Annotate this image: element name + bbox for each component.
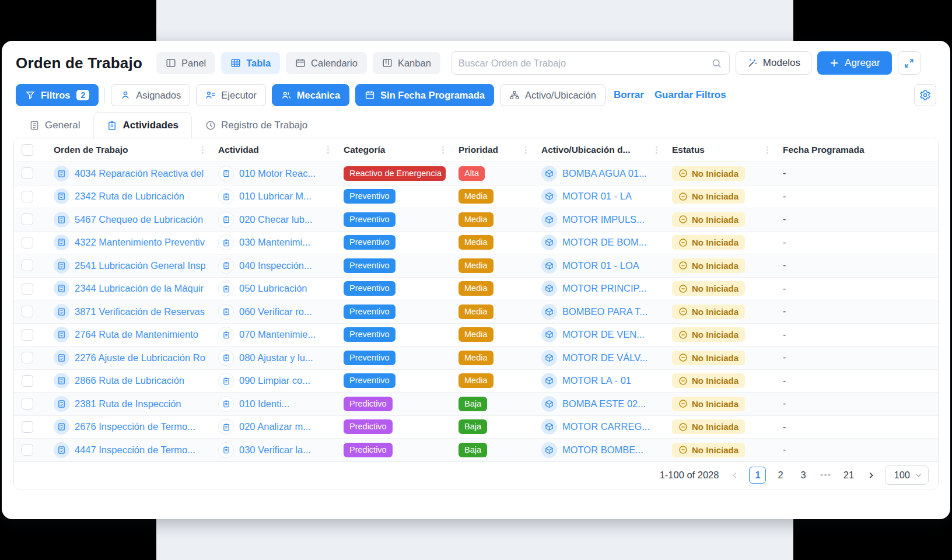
settings-button[interactable] [914, 84, 936, 106]
page-ellipsis[interactable]: ••• [817, 467, 834, 484]
work-order-link[interactable]: 3871 Verificación de Reservas [75, 306, 205, 317]
row-checkbox[interactable] [22, 167, 33, 179]
filter-sin-fecha[interactable]: Sin Fecha Programada [355, 84, 494, 106]
page-button[interactable]: 2 [772, 467, 789, 484]
column-resize-handle[interactable]: ⋮ [197, 145, 209, 155]
asset-link[interactable]: MOTOR DE VÁLV... [562, 352, 648, 363]
row-checkbox[interactable] [22, 444, 33, 456]
activity-link[interactable]: 010 Identi... [239, 398, 289, 410]
add-button[interactable]: Agregar [817, 51, 891, 75]
work-order-link[interactable]: 4447 Inspección de Termo... [75, 444, 195, 456]
column-resize-handle[interactable]: ⋮ [322, 145, 334, 155]
row-checkbox[interactable] [22, 191, 33, 202]
tab-actividades[interactable]: Actividades [93, 112, 191, 138]
work-order-link[interactable]: 2276 Ajuste de Lubricación Ro [75, 352, 205, 363]
row-checkbox[interactable] [22, 398, 33, 410]
column-resize-handle[interactable]: ⋮ [437, 145, 449, 155]
col-header-actividad[interactable]: Actividad⋮ [211, 138, 337, 162]
view-kanban-button[interactable]: Kanban [373, 52, 440, 74]
col-header-prioridad[interactable]: Prioridad⋮ [452, 138, 534, 162]
activity-link[interactable]: 020 Analizar m... [239, 421, 311, 432]
asset-link[interactable]: BOMBA AGUA 01... [562, 168, 647, 179]
column-resize-handle[interactable]: ⋮ [761, 145, 774, 155]
activity-link[interactable]: 010 Motor Reac... [239, 168, 316, 179]
work-order-link[interactable]: 4034 Reparación Reactiva del [75, 168, 204, 179]
col-header-activo[interactable]: Activo/Ubicación d...⋮ [534, 138, 665, 162]
work-order-link[interactable]: 2381 Ruta de Inspección [75, 398, 181, 410]
col-header-fecha[interactable]: Fecha Programada [776, 138, 938, 162]
row-checkbox[interactable] [22, 329, 33, 341]
clipboard-icon [107, 120, 117, 131]
column-resize-handle[interactable]: ⋮ [650, 145, 663, 155]
col-header-categoria[interactable]: Categoría⋮ [337, 138, 452, 162]
asset-link[interactable]: MOTOR DE BOM... [562, 237, 647, 248]
row-checkbox[interactable] [22, 306, 33, 317]
column-resize-handle[interactable]: ⋮ [520, 145, 532, 155]
filter-ejecutor[interactable]: Ejecutor [196, 84, 266, 106]
search-input[interactable] [459, 58, 711, 69]
activity-link[interactable]: 080 Ajustar y lu... [239, 352, 313, 363]
page-button[interactable]: 1 [749, 467, 766, 484]
work-order-link[interactable]: 2676 Inspección de Termo... [75, 421, 195, 432]
col-header-estatus[interactable]: Estatus⋮ [665, 138, 776, 162]
asset-cube-icon [541, 442, 557, 458]
row-checkbox[interactable] [22, 260, 33, 271]
asset-link[interactable]: MOTOR PRINCIP... [562, 283, 646, 294]
asset-link[interactable]: MOTOR IMPULS... [562, 214, 645, 225]
asset-link[interactable]: MOTOR 01 - LA [562, 191, 632, 202]
view-table-button[interactable]: Tabla [221, 52, 280, 74]
prev-page-button[interactable] [729, 470, 741, 481]
activity-link[interactable]: 010 Lubricar M... [239, 191, 312, 202]
asset-link[interactable]: MOTOR 01 - LOA [562, 260, 639, 271]
clear-filters-link[interactable]: Borrar [611, 89, 646, 101]
work-order-link[interactable]: 2342 Ruta de Lubricación [75, 191, 184, 202]
filter-asignados[interactable]: Asignados [111, 84, 190, 106]
asset-link[interactable]: BOMBEO PARA T... [562, 306, 648, 317]
activity-link[interactable]: 060 Verificar ro... [239, 306, 312, 317]
work-order-link[interactable]: 2866 Ruta de Lubricación [75, 375, 184, 386]
activity-link[interactable]: 050 Lubricación [239, 283, 307, 294]
work-order-link[interactable]: 2344 Lubricación de la Máquir [75, 283, 204, 294]
filters-button[interactable]: Filtros 2 [16, 84, 99, 106]
activity-link[interactable]: 020 Checar lub... [239, 214, 313, 225]
work-order-link[interactable]: 5467 Chequeo de Lubricación [75, 214, 203, 225]
select-all-checkbox[interactable] [22, 144, 33, 156]
activity-link[interactable]: 040 Inspección... [239, 260, 312, 271]
row-checkbox[interactable] [22, 352, 33, 363]
row-checkbox[interactable] [22, 237, 33, 249]
asset-link[interactable]: MOTOR LA - 01 [562, 375, 631, 386]
asset-link[interactable]: MOTOR CARREG... [562, 421, 650, 432]
work-order-link[interactable]: 2764 Ruta de Mantenimiento [75, 329, 198, 340]
expand-button[interactable] [898, 51, 921, 75]
row-checkbox[interactable] [22, 375, 33, 387]
asset-cube-icon [541, 235, 557, 250]
view-calendar-button[interactable]: Calendario [286, 52, 367, 74]
row-checkbox[interactable] [22, 283, 33, 295]
page-button[interactable]: 3 [794, 467, 811, 484]
category-badge: Preventivo [344, 189, 396, 204]
work-order-link[interactable]: 4322 Mantenimiento Preventiv [75, 237, 205, 248]
row-checkbox[interactable] [22, 214, 33, 225]
search-icon[interactable] [711, 58, 722, 69]
page-button[interactable]: 21 [840, 467, 857, 484]
activity-link[interactable]: 090 Limpiar co... [239, 375, 310, 386]
activity-link[interactable]: 030 Verificar la... [239, 444, 311, 456]
filter-activo-ubicacion[interactable]: Activo/Ubicación [500, 84, 606, 106]
activity-link[interactable]: 030 Mantenimi... [239, 237, 310, 248]
asset-link[interactable]: MOTOR DE VEN... [562, 329, 645, 340]
work-order-link[interactable]: 2541 Lubricación General Insp [75, 260, 205, 271]
row-checkbox[interactable] [22, 421, 33, 433]
asset-link[interactable]: MOTOR BOMBE... [562, 444, 643, 456]
save-filters-link[interactable]: Guardar Filtros [652, 89, 729, 101]
asset-link[interactable]: BOMBA ESTE 02... [562, 398, 646, 410]
col-header-orden[interactable]: Orden de Trabajo⋮ [47, 138, 211, 162]
page-size-select[interactable]: 100 [885, 466, 929, 485]
filter-mecanica[interactable]: Mecánica [272, 84, 349, 106]
tab-registro-trabajo[interactable]: Registro de Trabajo [192, 112, 321, 138]
next-page-button[interactable] [865, 470, 877, 481]
models-button[interactable]: Modelos [736, 51, 811, 75]
activity-link[interactable]: 070 Mantenimie... [239, 329, 316, 340]
view-panel-button[interactable]: Panel [156, 52, 215, 74]
tab-general[interactable]: General [16, 112, 93, 138]
priority-badge: Baja [459, 443, 487, 457]
